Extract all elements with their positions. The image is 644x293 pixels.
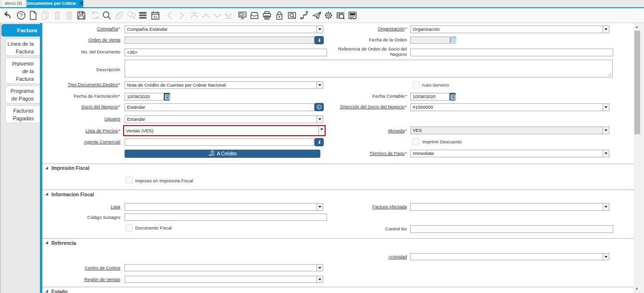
svg-text:?: ? bbox=[20, 13, 23, 18]
svg-text:31: 31 bbox=[153, 15, 158, 19]
